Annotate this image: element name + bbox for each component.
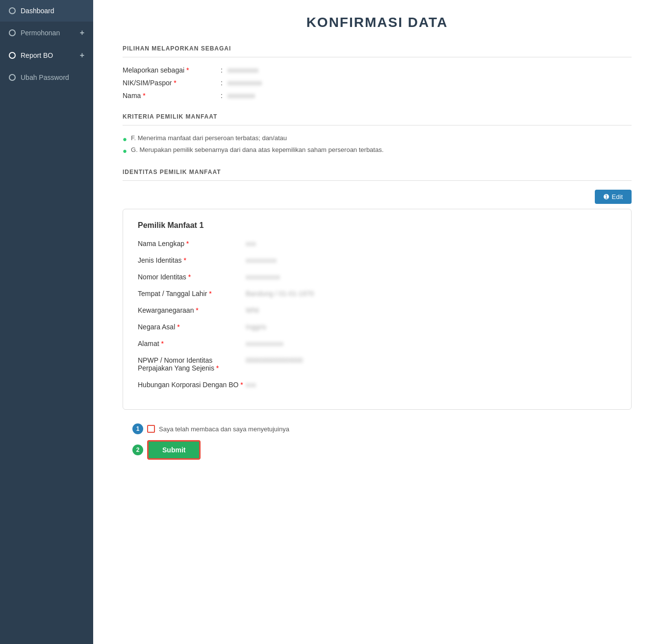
label-kewarganegaraan: Kewarganegaraan * <box>138 306 246 314</box>
criteria-item-g: ● G. Merupakan pemilik sebenarnya dari d… <box>123 146 632 155</box>
permohonan-plus-icon[interactable]: + <box>80 28 84 37</box>
value-jenis-identitas: xxxxxxxxx <box>246 256 277 264</box>
label-tempat-lahir: Tempat / Tanggal Lahir * <box>138 290 246 297</box>
value-nama: xxxxxxxx <box>228 92 255 99</box>
report-bo-plus-icon[interactable]: + <box>80 51 84 60</box>
pemilik-row-kewarganegaraan: Kewarganegaraan * WNI <box>138 306 616 314</box>
label-nik: NIK/SIM/Paspor * <box>123 79 221 87</box>
submit-button[interactable]: Submit <box>147 440 201 460</box>
pemilik-row-alamat: Alamat * xxxxxxxxxxx <box>138 340 616 347</box>
sidebar-label-report-bo: Report BO <box>21 51 53 59</box>
step-badge-2: 2 <box>132 445 143 455</box>
value-negara-asal: Inggris <box>246 323 266 331</box>
label-melaporkan: Melaporkan sebagai * <box>123 66 221 74</box>
bottom-area: 1 Saya telah membaca dan saya menyetujui… <box>123 423 632 460</box>
agreement-row: 1 Saya telah membaca dan saya menyetujui… <box>132 423 289 434</box>
identitas-divider <box>123 180 632 181</box>
agreement-checkbox[interactable] <box>147 425 155 433</box>
section-identitas: IDENTITAS PEMILIK MANFAAT ➊ Edit Pemilik… <box>123 169 632 410</box>
sidebar-item-permohonan[interactable]: Permohonan + <box>0 22 93 44</box>
label-npwp: NPWP / Nomor Identitas Perpajakan Yang S… <box>138 356 246 372</box>
step-badge-1: 1 <box>132 423 143 434</box>
criteria-g-icon: ● <box>123 147 127 155</box>
pilihan-divider <box>123 57 632 57</box>
value-tempat-lahir: Bandung / 01-01-1970 <box>246 290 314 297</box>
sidebar-label-permohonan: Permohonan <box>21 29 60 37</box>
sidebar-item-dashboard[interactable]: Dashboard <box>0 0 93 22</box>
label-nama-lengkap: Nama Lengkap * <box>138 240 246 248</box>
pemilik-row-hubungan: Hubungan Korporasi Dengan BO * xxx <box>138 381 616 389</box>
info-row-melaporkan: Melaporkan sebagai * : xxxxxxxxx <box>123 66 632 74</box>
criteria-item-f: ● F. Menerima manfaat dari perseroan ter… <box>123 134 632 143</box>
pilihan-heading: PILIHAN MELAPORKAN SEBAGAI <box>123 45 632 52</box>
criteria-g-text: G. Merupakan pemilik sebenarnya dari dan… <box>131 146 383 153</box>
value-nomor-identitas: xxxxxxxxxx <box>246 273 280 281</box>
value-hubungan: xxx <box>246 381 256 389</box>
submit-row: 2 Submit <box>132 440 201 460</box>
pemilik-title: Pemilik Manfaat 1 <box>138 221 616 230</box>
kriteria-divider <box>123 125 632 125</box>
section-kriteria: KRITERIA PEMILIK MANFAAT ● F. Menerima m… <box>123 113 632 155</box>
info-row-nama: Nama * : xxxxxxxx <box>123 92 632 99</box>
section-pilihan: PILIHAN MELAPORKAN SEBAGAI Melaporkan se… <box>123 45 632 99</box>
criteria-f-text: F. Menerima manfaat dari perseroan terba… <box>131 134 287 142</box>
label-alamat: Alamat * <box>138 340 246 347</box>
edit-plus-icon: ➊ <box>604 193 609 200</box>
page-title: KONFIRMASI DATA <box>123 15 632 30</box>
value-nama-lengkap: xxx <box>246 240 256 248</box>
criteria-f-icon: ● <box>123 135 127 143</box>
sidebar-item-report-bo[interactable]: Report BO + <box>0 44 93 67</box>
pemilik-card-1: Pemilik Manfaat 1 Nama Lengkap * xxx Jen… <box>123 209 632 410</box>
edit-label: Edit <box>612 193 623 200</box>
pemilik-row-nomor-identitas: Nomor Identitas * xxxxxxxxxx <box>138 273 616 281</box>
pemilik-row-jenis-identitas: Jenis Identitas * xxxxxxxxx <box>138 256 616 264</box>
label-jenis-identitas: Jenis Identitas * <box>138 256 246 264</box>
report-bo-icon <box>9 52 16 59</box>
value-alamat: xxxxxxxxxxx <box>246 340 283 347</box>
edit-btn-row: ➊ Edit <box>123 190 632 204</box>
value-nik: xxxxxxxxxx <box>228 79 262 87</box>
sidebar-item-ubah-password[interactable]: Ubah Password <box>0 67 93 88</box>
value-npwp: 000000000000000 <box>246 356 303 364</box>
label-hubungan: Hubungan Korporasi Dengan BO * <box>138 381 246 389</box>
criteria-list: ● F. Menerima manfaat dari perseroan ter… <box>123 134 632 155</box>
value-melaporkan: xxxxxxxxx <box>228 66 258 74</box>
identitas-heading: IDENTITAS PEMILIK MANFAAT <box>123 169 632 175</box>
pemilik-row-npwp: NPWP / Nomor Identitas Perpajakan Yang S… <box>138 356 616 372</box>
label-nomor-identitas: Nomor Identitas * <box>138 273 246 281</box>
label-negara-asal: Negara Asal * <box>138 323 246 331</box>
pemilik-row-tempat-lahir: Tempat / Tanggal Lahir * Bandung / 01-01… <box>138 290 616 297</box>
pemilik-row-negara-asal: Negara Asal * Inggris <box>138 323 616 331</box>
ubah-password-icon <box>9 74 16 81</box>
sidebar-label-ubah-password: Ubah Password <box>21 74 69 81</box>
sidebar-label-dashboard: Dashboard <box>21 7 54 15</box>
dashboard-icon <box>9 7 16 14</box>
pemilik-row-nama-lengkap: Nama Lengkap * xxx <box>138 240 616 248</box>
label-nama: Nama * <box>123 92 221 99</box>
agreement-label: Saya telah membaca dan saya menyetujuiny… <box>159 425 289 433</box>
value-kewarganegaraan: WNI <box>246 306 259 314</box>
permohonan-icon <box>9 29 16 36</box>
main-content: KONFIRMASI DATA PILIHAN MELAPORKAN SEBAG… <box>93 0 661 644</box>
sidebar: Dashboard Permohonan + Report BO + Ubah … <box>0 0 93 644</box>
info-row-nik: NIK/SIM/Paspor * : xxxxxxxxxx <box>123 79 632 87</box>
edit-button[interactable]: ➊ Edit <box>595 190 632 204</box>
kriteria-heading: KRITERIA PEMILIK MANFAAT <box>123 113 632 120</box>
